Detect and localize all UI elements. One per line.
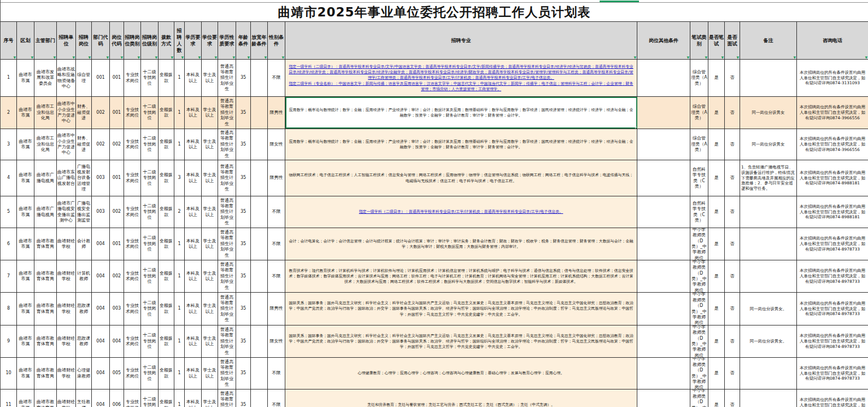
cell-phone[interactable]: 本次招聘岗位的所有条件设置均由用人单位和主管部门自主研究决定，如有疑问请详询08…: [797, 228, 868, 260]
cell-dept[interactable]: 曲靖市工业和信息化局: [34, 97, 57, 129]
cell-dept_code[interactable]: 004: [92, 325, 110, 357]
cell-written[interactable]: 是: [708, 389, 725, 407]
cell-pos_code[interactable]: 006: [110, 389, 124, 407]
cell-edu[interactable]: 本科及以上: [185, 325, 202, 357]
cell-unit[interactable]: 曲靖财经学校: [57, 358, 76, 389]
cell-age_relax[interactable]: [251, 160, 268, 196]
column-header-remark[interactable]: 备注▼: [740, 22, 797, 59]
filter-dropdown-icon[interactable]: ▼: [198, 56, 201, 59]
filter-dropdown-icon[interactable]: ▼: [181, 56, 184, 59]
cell-dept_code[interactable]: 004: [92, 228, 110, 260]
cell-position[interactable]: 思政课教师: [76, 293, 92, 325]
cell-seq[interactable]: 2: [1, 97, 17, 129]
cell-dept[interactable]: 曲靖市广播电视局: [34, 196, 57, 228]
cell-written[interactable]: 是: [708, 293, 725, 325]
cell-gender[interactable]: 限女性: [268, 325, 285, 357]
cell-edu[interactable]: 本科及以上: [185, 160, 202, 196]
cell-count[interactable]: 3: [174, 160, 185, 196]
cell-other[interactable]: [637, 129, 690, 160]
filter-dropdown-icon[interactable]: ▼: [31, 56, 33, 59]
cell-gender[interactable]: 限男性: [268, 97, 285, 129]
cell-district[interactable]: 曲靖市市属: [17, 389, 34, 407]
cell-degree[interactable]: 学士及以上: [202, 389, 218, 407]
cell-pos_code[interactable]: 001: [110, 228, 124, 260]
column-header-funding[interactable]: 拨款方式▼: [159, 22, 174, 59]
cell-unit[interactable]: 曲靖市广播电视安全播出监测中心: [57, 196, 76, 228]
cell-funding[interactable]: 全额拨款: [159, 325, 174, 357]
cell-age[interactable]: 35: [236, 228, 251, 260]
cell-unit[interactable]: 曲靖财经学校: [57, 389, 76, 407]
cell-test_type[interactable]: 综合管理类（A类）: [690, 97, 708, 129]
cell-degree[interactable]: 学士及以上: [202, 97, 218, 129]
cell-major[interactable]: 指定一级学科（二级目录）：普通高等学校本科专业目录/工学/计算机类；普通高等学校…: [285, 196, 637, 228]
cell-other[interactable]: [637, 60, 690, 96]
cell-dept_code[interactable]: 004: [92, 260, 110, 292]
cell-remark[interactable]: 同一岗位分设男女。: [740, 325, 797, 357]
cell-count[interactable]: 2: [174, 196, 185, 228]
cell-other[interactable]: [637, 260, 690, 292]
cell-gender[interactable]: 限女性: [268, 129, 285, 160]
cell-dept[interactable]: 曲靖市教育体育局: [34, 389, 57, 407]
cell-age[interactable]: 35: [236, 97, 251, 129]
cell-position[interactable]: 计算机教师: [76, 260, 92, 292]
cell-edu[interactable]: 本科及以上: [185, 228, 202, 260]
cell-edu[interactable]: 本科及以上: [185, 260, 202, 292]
cell-interview[interactable]: 否: [725, 196, 740, 228]
cell-dept_code[interactable]: 004: [92, 358, 110, 389]
cell-remark[interactable]: [740, 196, 797, 228]
cell-major[interactable]: 物联网工程技术；电子信息工程技术；人工智能工程技术；信息安全与管理；网络工程技术…: [285, 160, 637, 196]
cell-test_type[interactable]: 中小学教师类（D类）_中学教师岗位: [690, 358, 708, 389]
filter-dropdown-icon[interactable]: ▼: [865, 56, 867, 59]
cell-position[interactable]: 广播电视安全播出监测监管: [76, 196, 92, 228]
cell-category[interactable]: 专业技术岗位: [124, 160, 141, 196]
cell-dept[interactable]: 曲靖市教育体育局: [34, 228, 57, 260]
cell-edu[interactable]: 本科及以上: [185, 389, 202, 407]
cell-dept_code[interactable]: 004: [92, 293, 110, 325]
filter-dropdown-icon[interactable]: ▼: [53, 56, 56, 59]
filter-dropdown-icon[interactable]: ▼: [281, 56, 284, 59]
cell-unit[interactable]: 曲靖市东山广播电视发射台: [57, 160, 76, 196]
filter-dropdown-icon[interactable]: ▼: [264, 56, 267, 59]
cell-unit[interactable]: 曲靖市中小企业生产力促进中心: [57, 97, 76, 129]
cell-written[interactable]: 是: [708, 196, 725, 228]
cell-level[interactable]: 十二级专技岗位: [141, 325, 159, 357]
cell-age_relax[interactable]: [251, 97, 268, 129]
cell-position[interactable]: 心理健康教师: [76, 358, 92, 389]
cell-dept[interactable]: 曲靖市广播电视局: [34, 160, 57, 196]
cell-interview[interactable]: 否: [725, 160, 740, 196]
cell-gender[interactable]: 不限: [268, 358, 285, 389]
filter-dropdown-icon[interactable]: ▼: [232, 56, 235, 59]
cell-dept[interactable]: 曲靖市教育体育局: [34, 293, 57, 325]
cell-written[interactable]: 是: [708, 260, 725, 292]
cell-level[interactable]: 十二级专技岗位: [141, 358, 159, 389]
column-header-count[interactable]: 招聘人数▼: [174, 22, 185, 59]
cell-district[interactable]: 曲靖市市属: [17, 97, 34, 129]
cell-written[interactable]: 是: [708, 129, 725, 160]
cell-written[interactable]: 是: [708, 97, 725, 129]
cell-level[interactable]: 十二级专技岗位: [141, 129, 159, 160]
cell-funding[interactable]: 全额拨款: [159, 293, 174, 325]
cell-age_relax[interactable]: [251, 228, 268, 260]
cell-category[interactable]: 专业技术岗位: [124, 228, 141, 260]
cell-interview[interactable]: 否: [725, 97, 740, 129]
cell-category[interactable]: 专业技术岗位: [124, 97, 141, 129]
column-header-gender[interactable]: 性别条件▼: [268, 22, 285, 59]
cell-position[interactable]: 烹饪教师: [76, 389, 92, 407]
cell-remark[interactable]: [740, 389, 797, 407]
cell-level[interactable]: 十二级专技岗位: [141, 60, 159, 96]
cell-level[interactable]: 十二级专技岗位: [141, 293, 159, 325]
cell-seq[interactable]: 8: [1, 293, 17, 325]
cell-count[interactable]: 1: [174, 325, 185, 357]
cell-district[interactable]: 曲靖市市属: [17, 293, 34, 325]
filter-dropdown-icon[interactable]: ▼: [736, 56, 739, 59]
cell-level[interactable]: 十二级专技岗位: [141, 160, 159, 196]
cell-major[interactable]: 教育技术学；现代教育技术；计算机科学与技术；计算机软件与理论；计算机应用技术；计…: [285, 260, 637, 292]
cell-seq[interactable]: 10: [1, 358, 17, 389]
cell-degree[interactable]: 学士及以上: [202, 228, 218, 260]
cell-position[interactable]: 财务、融资促进: [76, 97, 92, 129]
cell-degree[interactable]: 学士及以上: [202, 60, 218, 96]
cell-edu_nature[interactable]: 普通高等教育招生计划毕业生: [218, 97, 236, 129]
cell-test_type[interactable]: 中小学教师类（D类）_中学教师岗位: [690, 228, 708, 260]
cell-written[interactable]: 是: [708, 325, 725, 357]
cell-category[interactable]: 专业技术岗位: [124, 260, 141, 292]
